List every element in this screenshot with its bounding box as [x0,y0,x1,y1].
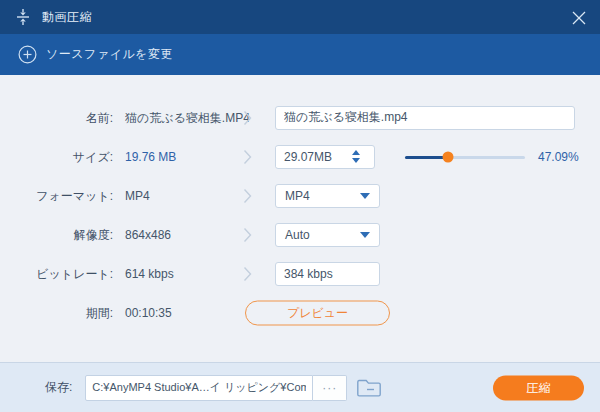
resolution-current-value: 864x486 [125,228,171,242]
bitrate-input[interactable] [275,262,380,286]
format-current-value: MP4 [125,189,150,203]
bitrate-row: ビットレート: 614 kbps [0,254,600,293]
window-title: 動画圧縮 [42,9,92,26]
duration-current-value: 00:10:35 [125,306,172,320]
format-label: フォーマット: [0,187,113,204]
caret-down-icon [360,232,370,238]
folder-icon [357,378,382,398]
caret-down-icon [352,158,360,163]
resolution-row: 解像度: 864x486 Auto [0,215,600,254]
name-row: 名前: 猫の荒ぶる寝相集.MP4 [0,98,600,137]
size-stepper-arrows[interactable] [348,148,364,165]
caret-down-icon [360,193,370,199]
form-area: 名前: 猫の荒ぶる寝相集.MP4 サイズ: 19.76 MB [0,75,600,362]
resolution-label: 解像度: [0,226,113,243]
close-icon [572,11,586,25]
save-label: 保存: [45,379,72,396]
caret-up-icon [352,150,360,155]
duration-label: 期間: [0,304,113,321]
size-row: サイズ: 19.76 MB 47.09% [0,137,600,176]
chevron-right-icon [243,188,252,204]
format-row: フォーマット: MP4 MP4 [0,176,600,215]
bitrate-current-value: 614 kbps [125,267,174,281]
save-path-group: ··· [85,375,347,401]
compress-button[interactable]: 圧縮 [493,375,584,400]
resolution-selected: Auto [285,228,310,242]
size-slider[interactable] [405,151,525,163]
target-size-stepper [275,145,375,169]
save-path-input[interactable] [85,375,313,401]
target-size-input[interactable] [276,147,346,167]
plus-circle-icon [18,45,37,64]
chevron-right-icon [243,149,252,165]
chevron-right-icon [243,266,252,282]
close-button[interactable] [568,7,590,29]
change-source-file-button[interactable]: ソースファイルを変更 [0,34,600,75]
open-folder-button[interactable] [357,378,382,398]
name-label: 名前: [0,109,113,126]
format-selected: MP4 [285,189,310,203]
bitrate-label: ビットレート: [0,265,113,282]
size-percent-value: 47.09% [538,150,579,164]
size-label: サイズ: [0,148,113,165]
compress-arrows-icon [14,8,32,26]
duration-row: 期間: 00:10:35 プレビュー [0,293,600,332]
size-current-value: 19.76 MB [125,150,176,164]
title-bar: 動画圧縮 [0,0,600,34]
name-current-value: 猫の荒ぶる寝相集.MP4 [125,109,250,126]
video-compress-dialog: 動画圧縮 ソースファイルを変更 名前: 猫の荒ぶる寝相集.MP4 [0,0,600,412]
format-dropdown[interactable]: MP4 [275,184,380,208]
output-name-input[interactable] [275,106,575,130]
change-source-file-label: ソースファイルを変更 [46,46,173,63]
preview-button[interactable]: プレビュー [245,300,390,325]
chevron-right-icon [243,227,252,243]
chevron-right-icon [243,110,252,126]
browse-button[interactable]: ··· [313,375,347,401]
footer-bar: 保存: ··· 圧縮 [0,362,600,412]
slider-handle[interactable] [443,151,454,162]
resolution-dropdown[interactable]: Auto [275,223,380,247]
